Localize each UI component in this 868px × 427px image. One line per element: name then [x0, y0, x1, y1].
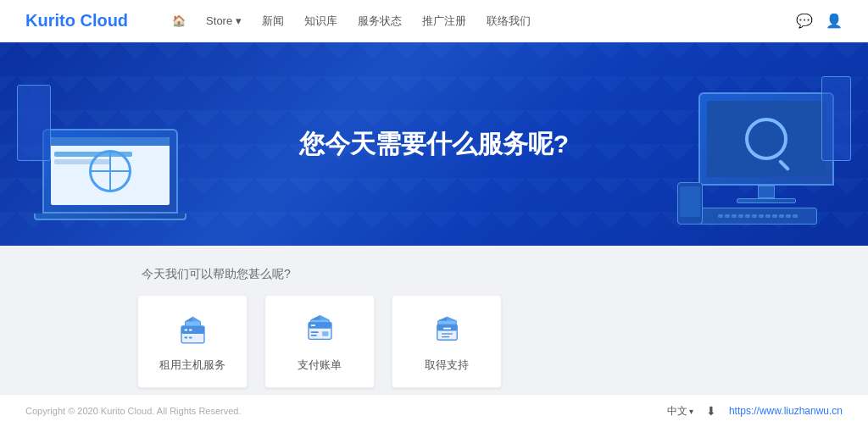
svg-rect-11: [310, 324, 314, 326]
content-subtitle: 今天我们可以帮助您甚么呢?: [137, 267, 731, 282]
laptop-screen: [51, 137, 170, 205]
nav-home[interactable]: 🏠: [162, 14, 196, 27]
footer-right: 中文 ▾ ⬇ https://www.liuzhanwu.cn: [667, 404, 843, 419]
chat-icon[interactable]: 💬: [796, 13, 813, 29]
header-icons: 💬 👤: [796, 13, 843, 29]
content-inner: 今天我们可以帮助您甚么呢? 租用主机服务: [137, 267, 731, 388]
card-hosting-label: 租用主机服务: [159, 358, 225, 373]
user-icon[interactable]: 👤: [826, 13, 843, 29]
keyboard: [698, 208, 817, 225]
svg-rect-14: [322, 331, 328, 336]
laptop-body: [42, 129, 178, 214]
content-section: 今天我们可以帮助您甚么呢? 租用主机服务: [0, 246, 868, 394]
svg-rect-20: [443, 327, 451, 329]
hero-left-illustration: [17, 59, 254, 246]
footer-lang-label: 中文: [667, 404, 687, 419]
footer-language-selector[interactable]: 中文 ▾: [667, 404, 693, 419]
nav-status[interactable]: 服务状态: [348, 14, 412, 29]
nav-news[interactable]: 新闻: [252, 14, 294, 29]
billing-icon: [301, 311, 339, 349]
hero-banner: 您今天需要什么服务呢?: [0, 42, 868, 246]
nav-contact[interactable]: 联络我们: [476, 14, 541, 29]
phone-illustration: [677, 182, 703, 225]
card-support-label: 取得支持: [425, 358, 469, 373]
svg-rect-19: [437, 324, 456, 330]
nav-referral[interactable]: 推广注册: [412, 14, 476, 29]
chevron-down-icon: ▾: [689, 407, 693, 416]
download-icon: ⬇: [706, 404, 716, 418]
svg-rect-2: [184, 329, 187, 330]
support-icon: [428, 311, 466, 349]
svg-rect-12: [310, 331, 318, 333]
card-billing-label: 支付账单: [298, 358, 342, 373]
svg-rect-5: [189, 336, 192, 338]
monitor-screen: [707, 101, 826, 177]
cards-container: 租用主机服务 支付账单: [137, 295, 731, 388]
header: Kurito Cloud 🏠 Store ▾ 新闻 知识库 服务状态 推广注册 …: [0, 0, 868, 42]
svg-marker-25: [447, 317, 456, 321]
svg-rect-4: [184, 336, 187, 338]
svg-rect-3: [189, 329, 192, 330]
nav-store[interactable]: Store ▾: [196, 14, 252, 27]
card-support[interactable]: 取得支持: [392, 295, 502, 388]
hosting-icon: [174, 311, 212, 349]
footer: Copyright © 2020 Kurito Cloud. All Right…: [0, 394, 868, 427]
hero-right-illustration: [614, 59, 851, 246]
svg-marker-8: [192, 317, 200, 321]
hero-title: 您今天需要什么服务呢?: [299, 127, 569, 162]
svg-marker-7: [185, 317, 192, 321]
globe-icon: [89, 150, 131, 192]
card-hosting[interactable]: 租用主机服务: [137, 295, 248, 388]
card-billing[interactable]: 支付账单: [264, 295, 375, 388]
search-icon: [745, 118, 787, 160]
footer-link[interactable]: https://www.liuzhanwu.cn: [729, 405, 843, 417]
footer-copyright: Copyright © 2020 Kurito Cloud. All Right…: [25, 406, 242, 416]
main-nav: 🏠 Store ▾ 新闻 知识库 服务状态 推广注册 联络我们: [162, 14, 796, 29]
svg-rect-13: [310, 334, 316, 336]
monitor-body: [698, 92, 834, 186]
svg-marker-24: [437, 317, 447, 321]
logo[interactable]: Kurito Cloud: [25, 11, 128, 30]
nav-kb[interactable]: 知识库: [294, 14, 348, 29]
